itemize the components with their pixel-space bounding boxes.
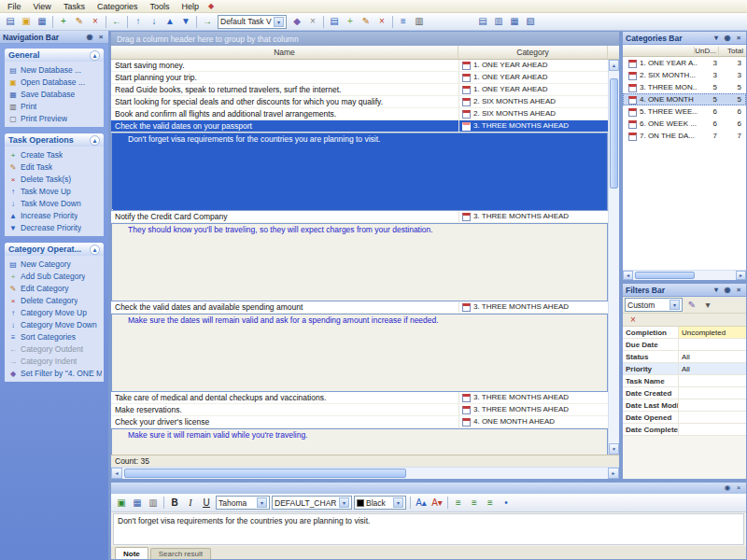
task-view-combo[interactable]: Default Task V ▾ <box>218 15 287 29</box>
pin-icon[interactable]: ◉ <box>723 34 732 43</box>
separator[interactable] <box>445 496 450 510</box>
task-move-down-icon[interactable]: ↓ <box>147 15 162 29</box>
chevron-down-icon[interactable]: ▾ <box>257 497 267 508</box>
task-row[interactable]: Book and confirm all flights and additio… <box>111 108 608 120</box>
increase-priority-icon[interactable]: ▲ <box>162 15 177 29</box>
new-category-icon[interactable]: ▤ <box>327 15 342 29</box>
nav-section-task-operations-header[interactable]: Task Operations ▴ <box>5 133 104 147</box>
chevron-down-icon[interactable]: ▾ <box>393 497 403 508</box>
task-row[interactable]: Check your driver's license 4. ONE MONTH… <box>111 416 608 428</box>
task-row[interactable]: Make sure the dates will remain valid an… <box>111 314 608 392</box>
nav-item-add-sub-category[interactable]: + Add Sub Category <box>7 271 102 282</box>
category-tree-item[interactable]: 1. ONE YEAR A... 3 3 <box>623 57 746 69</box>
nav-item-delete-category[interactable]: × Delete Category <box>7 295 102 306</box>
align-left-icon[interactable]: ≡ <box>451 496 466 510</box>
nav-item-print-preview[interactable]: ▢ Print Preview <box>7 113 102 124</box>
filter-value[interactable]: All <box>679 363 746 374</box>
nav-section-general-header[interactable]: General ▴ <box>5 49 104 62</box>
close-icon[interactable]: × <box>734 286 743 295</box>
toggle-categories-bar-icon[interactable]: ▥ <box>491 15 506 29</box>
nav-item-delete-tasks[interactable]: × Delete Task(s) <box>7 174 102 185</box>
nav-item-print[interactable]: ▥ Print <box>7 101 102 112</box>
scroll-right-icon[interactable]: ► <box>608 468 619 479</box>
nav-item-sort-categories[interactable]: ≡ Sort Categories <box>7 331 102 343</box>
font-color-combo[interactable]: Black ▾ <box>354 496 406 510</box>
task-row[interactable]: Check the valid dates on your passport 3… <box>111 120 608 133</box>
menu-item[interactable]: View <box>28 2 57 11</box>
save-note-icon[interactable]: ▦ <box>130 496 145 510</box>
font-family-combo[interactable]: Tahoma ▾ <box>216 496 270 510</box>
task-move-up-icon[interactable]: ↑ <box>131 15 146 29</box>
task-row[interactable]: Start looking for special deals and othe… <box>111 96 608 108</box>
menu-down-icon[interactable]: ▾ <box>712 34 721 43</box>
nav-item-decrease-priority[interactable]: ▼ Decrease Priority <box>7 222 102 233</box>
filter-value[interactable] <box>679 375 746 386</box>
menu-item[interactable]: Categories <box>92 2 144 11</box>
note-tab[interactable]: Note <box>115 547 148 559</box>
open-database-icon[interactable]: ▣ <box>19 15 34 29</box>
filter-row[interactable]: Due Date <box>623 339 746 351</box>
sort-categories-icon[interactable]: ≡ <box>396 15 411 29</box>
menu-extra-icon[interactable]: ◆ <box>208 2 214 10</box>
group-by-bar[interactable]: Drag a column header here to group by th… <box>111 32 619 46</box>
filter-row[interactable]: Completion Uncompleted <box>623 327 746 339</box>
menu-down-icon[interactable]: ▾ <box>712 286 721 295</box>
toggle-navigation-bar-icon[interactable]: ▤ <box>475 15 490 29</box>
task-row[interactable]: Take care of medical and dental checkups… <box>111 392 608 404</box>
task-row[interactable]: Start planning your trip. 1. ONE YEAR AH… <box>111 72 608 84</box>
separator[interactable] <box>50 15 55 29</box>
horizontal-scrollbar[interactable]: ◄ ► <box>111 467 619 479</box>
task-row[interactable]: Don't forget visa requirements for the c… <box>111 133 608 211</box>
decrease-priority-icon[interactable]: ▼ <box>178 15 193 29</box>
pin-icon[interactable]: ◉ <box>723 286 732 295</box>
category-tree-item[interactable]: 6. ONE WEEK ... 6 6 <box>623 118 746 130</box>
chevron-down-icon[interactable]: ▾ <box>274 17 284 27</box>
chevron-down-icon[interactable]: ▾ <box>669 300 680 310</box>
nav-item-edit-task[interactable]: ✎ Edit Task <box>7 161 102 173</box>
undo-icon[interactable]: ← <box>109 15 124 29</box>
scroll-left-icon[interactable]: ◄ <box>623 271 633 280</box>
edit-task-icon[interactable]: ✎ <box>72 15 87 29</box>
nav-item-task-move-up[interactable]: ↑ Task Move Up <box>7 186 102 197</box>
set-filter-icon[interactable]: ◆ <box>289 15 304 29</box>
nav-item-category-move-down[interactable]: ↓ Category Move Down <box>7 319 102 330</box>
nav-item-save-database[interactable]: ▦ Save Database <box>7 89 102 100</box>
filter-preset-combo[interactable]: Custom ▾ <box>625 298 683 312</box>
scroll-up-icon[interactable]: ▲ <box>609 60 619 71</box>
task-row[interactable]: They should know you'll be traveling, so… <box>111 223 608 301</box>
bullet-list-icon[interactable]: • <box>499 496 514 510</box>
pin-icon[interactable]: ◉ <box>85 33 94 42</box>
category-tree-item[interactable]: 4. ONE MONTH 5 5 <box>623 93 746 105</box>
task-row[interactable]: Make reservations. 3. THREE MONTHS AHEAD <box>111 404 608 416</box>
scroll-right-icon[interactable]: ► <box>736 271 746 280</box>
column-header-name[interactable]: Name <box>111 46 458 59</box>
menu-item[interactable]: Tasks <box>58 2 91 11</box>
edit-category-icon[interactable]: ✎ <box>359 15 374 29</box>
delete-task-icon[interactable]: × <box>88 15 103 29</box>
nav-item-task-move-down[interactable]: ↓ Task Move Down <box>7 198 102 209</box>
filter-value[interactable] <box>679 424 746 435</box>
task-row[interactable]: Start saving money. 1. ONE YEAR AHEAD <box>111 60 608 72</box>
customize-filter-icon[interactable]: ✎ <box>684 298 699 312</box>
scroll-left-icon[interactable]: ◄ <box>111 468 122 479</box>
bold-icon[interactable]: B <box>167 496 182 510</box>
filter-row[interactable]: Date Last Modif... <box>623 399 746 412</box>
add-sub-category-icon[interactable]: + <box>343 15 358 29</box>
separator[interactable] <box>408 496 413 510</box>
separator[interactable] <box>125 15 130 29</box>
nav-item-category-move-up[interactable]: ↑ Category Move Up <box>7 307 102 318</box>
task-row[interactable]: Check the valid dates and available spen… <box>111 301 608 314</box>
toggle-filters-bar-icon[interactable]: ▦ <box>507 15 522 29</box>
nav-section-category-operations-header[interactable]: Category Operat... ▴ <box>5 243 104 256</box>
underline-icon[interactable]: U <box>199 496 214 510</box>
create-task-icon[interactable]: + <box>56 15 71 29</box>
align-right-icon[interactable]: ≡ <box>483 496 498 510</box>
nav-item-set-filter[interactable]: ◆ Set Filter by "4. ONE MON... <box>7 368 102 379</box>
nav-item-new-database[interactable]: ▤ New Database ... <box>7 64 102 76</box>
clear-filter-icon[interactable]: × <box>305 15 320 29</box>
font-increase-icon[interactable]: A▴ <box>414 496 429 510</box>
save-database-icon[interactable]: ▦ <box>35 15 49 29</box>
menu-item[interactable]: Tools <box>144 2 175 11</box>
scrollbar-thumb[interactable] <box>635 272 695 279</box>
categories-horizontal-scrollbar[interactable]: ◄ ► <box>623 270 746 280</box>
